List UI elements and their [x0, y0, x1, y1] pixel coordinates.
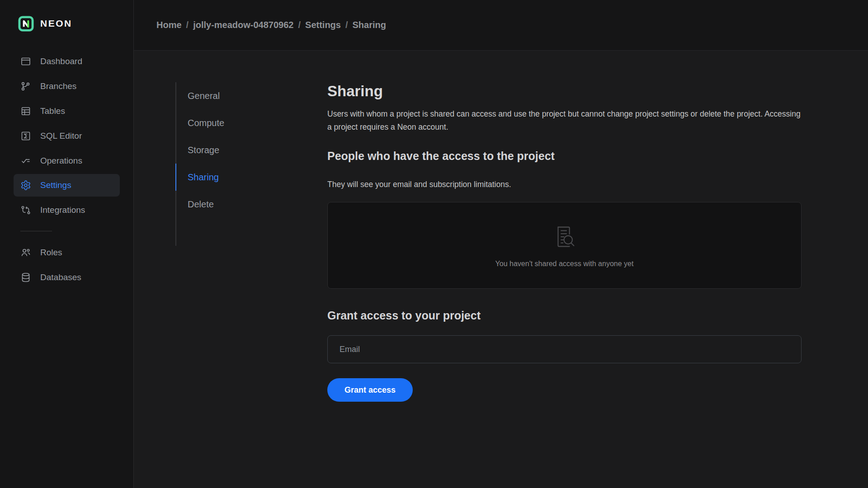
sidebar-item-label: Roles	[40, 248, 62, 258]
grant-access-heading: Grant access to your project	[327, 309, 802, 322]
settings-gear-icon	[20, 180, 31, 191]
subnav-item-storage[interactable]: Storage	[175, 136, 288, 164]
subnav-item-sharing[interactable]: Sharing	[175, 164, 288, 191]
people-access-heading: People who have the access to the projec…	[327, 149, 802, 163]
topbar: Home / jolly-meadow-04870962 / Settings …	[134, 0, 868, 51]
databases-icon	[20, 272, 31, 283]
breadcrumb-separator: /	[345, 20, 348, 30]
sidebar-item-label: Tables	[40, 106, 65, 116]
sidebar-item-settings[interactable]: Settings	[14, 174, 120, 197]
page-description: Users with whom a project is shared can …	[327, 108, 802, 134]
email-input[interactable]	[327, 335, 802, 363]
sidebar-item-tables[interactable]: Tables	[14, 99, 120, 123]
shared-users-empty-state: You haven't shared access with anyone ye…	[327, 202, 802, 289]
people-access-subtext: They will see your email and subscriptio…	[327, 180, 802, 189]
sidebar-item-sql-editor[interactable]: SQL Editor	[14, 123, 120, 148]
sidebar-item-branches[interactable]: Branches	[14, 74, 120, 99]
app-window: NEON Dashboard	[0, 0, 868, 488]
tables-icon	[20, 106, 31, 117]
sidebar: NEON Dashboard	[0, 0, 134, 488]
settings-subnav: General Compute Storage Sharing Delete	[175, 82, 288, 246]
sidebar-item-roles[interactable]: Roles	[14, 240, 120, 265]
sidebar-item-label: Operations	[40, 156, 82, 166]
grant-access-button[interactable]: Grant access	[327, 378, 413, 402]
breadcrumb-settings[interactable]: Settings	[305, 20, 341, 30]
sidebar-item-label: Settings	[40, 180, 71, 190]
brand-wordmark: NEON	[40, 18, 72, 29]
sidebar-item-label: Databases	[40, 272, 81, 282]
operations-icon	[20, 155, 31, 166]
subnav-item-general[interactable]: General	[175, 82, 288, 109]
breadcrumb-separator: /	[298, 20, 301, 30]
sidebar-item-label: Branches	[40, 81, 76, 91]
sidebar-divider	[20, 231, 52, 231]
document-search-icon	[551, 223, 579, 251]
breadcrumb-separator: /	[186, 20, 189, 30]
brand-logo[interactable]: NEON	[0, 0, 133, 33]
breadcrumb-current-sharing: Sharing	[353, 20, 386, 30]
main-column: Home / jolly-meadow-04870962 / Settings …	[134, 0, 868, 488]
sidebar-item-databases[interactable]: Databases	[14, 265, 120, 290]
sidebar-item-dashboard[interactable]: Dashboard	[14, 49, 120, 74]
integrations-icon	[20, 205, 31, 216]
sidebar-item-label: Dashboard	[40, 56, 82, 66]
sql-editor-icon	[20, 131, 31, 141]
subnav-item-compute[interactable]: Compute	[175, 109, 288, 136]
sidebar-item-operations[interactable]: Operations	[14, 148, 120, 173]
breadcrumb-project[interactable]: jolly-meadow-04870962	[193, 20, 293, 30]
sidebar-nav: Dashboard Branches	[14, 49, 120, 290]
sidebar-item-label: SQL Editor	[40, 131, 82, 141]
neon-logo-icon	[18, 16, 34, 32]
sidebar-item-label: Integrations	[40, 205, 85, 215]
page-title: Sharing	[327, 82, 802, 100]
subnav-item-delete[interactable]: Delete	[175, 191, 288, 218]
branches-icon	[20, 81, 31, 92]
sharing-panel: Sharing Users with whom a project is sha…	[327, 82, 802, 488]
breadcrumb-home[interactable]: Home	[156, 20, 182, 30]
breadcrumb: Home / jolly-meadow-04870962 / Settings …	[156, 20, 386, 30]
dashboard-icon	[20, 56, 31, 67]
empty-state-text: You haven't shared access with anyone ye…	[495, 260, 634, 268]
settings-content: General Compute Storage Sharing Delete S…	[134, 51, 868, 488]
roles-users-icon	[20, 247, 31, 258]
sidebar-item-integrations[interactable]: Integrations	[14, 197, 120, 222]
